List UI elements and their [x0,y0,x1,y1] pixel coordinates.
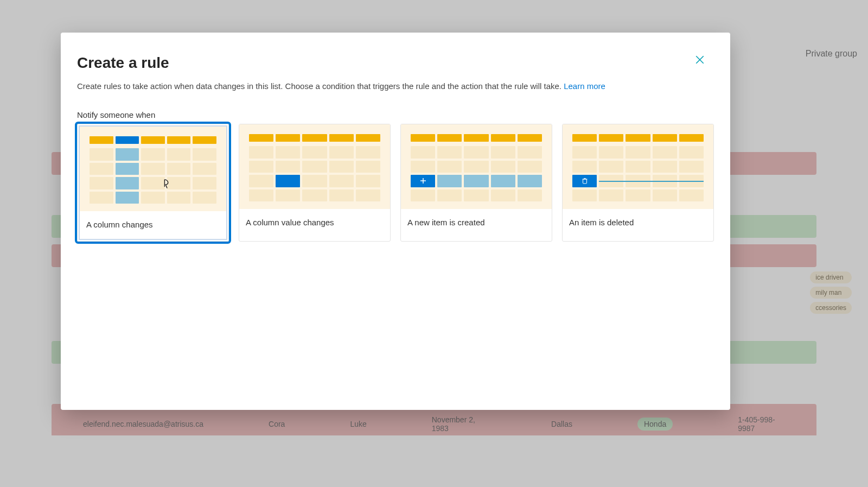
rule-card-column-value-changes[interactable]: A column value changes [239,124,391,242]
plus-icon [411,175,435,187]
dialog-title: Create a rule [77,54,714,72]
learn-more-link[interactable]: Learn more [564,81,605,91]
card-illustration [239,124,390,209]
svg-rect-4 [583,179,586,184]
rule-card-column-changes[interactable]: A column changes [77,124,229,242]
card-illustration [401,124,552,209]
card-illustration [80,127,226,211]
rule-card-item-deleted[interactable]: An item is deleted [562,124,714,242]
rule-type-cards: A column changes A column value changes [77,124,714,242]
notify-section-label: Notify someone when [77,110,714,119]
create-rule-dialog: Create a rule Create rules to take actio… [61,33,730,410]
close-button[interactable] [691,51,709,68]
dialog-description: Create rules to take action when data ch… [77,81,714,91]
card-illustration [563,124,713,209]
rule-card-item-created[interactable]: A new item is created [400,124,552,242]
dialog-description-text: Create rules to take action when data ch… [77,81,564,91]
delete-icon [572,175,597,187]
card-label: A column value changes [239,209,390,237]
card-label: An item is deleted [563,209,713,237]
close-icon [695,55,705,65]
card-label: A new item is created [401,209,552,237]
card-label: A column changes [80,211,226,239]
